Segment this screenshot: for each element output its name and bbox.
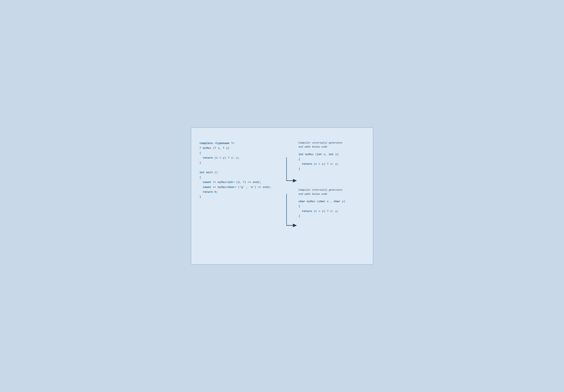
- generated-code-int: int myMax (int x, int y) { return (x > y…: [298, 152, 365, 172]
- arrows-svg: [285, 137, 298, 254]
- arrow-int: [287, 158, 296, 181]
- compiler-note-bottom-line1: Compiler internally generates: [298, 189, 342, 191]
- arrow-char: [287, 194, 296, 225]
- right-bottom-block: Compiler internally generates and adds b…: [298, 188, 365, 218]
- left-code-area: template <typename T> T myMax (T x, T y)…: [199, 137, 285, 255]
- diagram-wrapper: template <typename T> T myMax (T x, T y)…: [199, 137, 365, 255]
- compiler-note-bottom-line2: and adds below code: [298, 193, 327, 196]
- compiler-note-top-line2: and adds below code: [298, 145, 327, 148]
- compiler-note-bottom: Compiler internally generates and adds b…: [298, 188, 365, 196]
- right-area: Compiler internally generates and adds b…: [298, 137, 365, 255]
- right-top-block: Compiler internally generates and adds b…: [298, 141, 365, 171]
- main-container: template <typename T> T myMax (T x, T y)…: [191, 127, 373, 265]
- code-template-keyword: template: [199, 142, 213, 145]
- compiler-note-top-line1: Compiler internally generates: [298, 141, 342, 144]
- generated-code-char: char myMax (char x , char y) { return (x…: [298, 199, 365, 219]
- arrows-area: [285, 137, 298, 255]
- left-code-block: template <typename T> T myMax (T x, T y)…: [199, 141, 285, 199]
- compiler-note-top: Compiler internally generates and adds b…: [298, 141, 365, 149]
